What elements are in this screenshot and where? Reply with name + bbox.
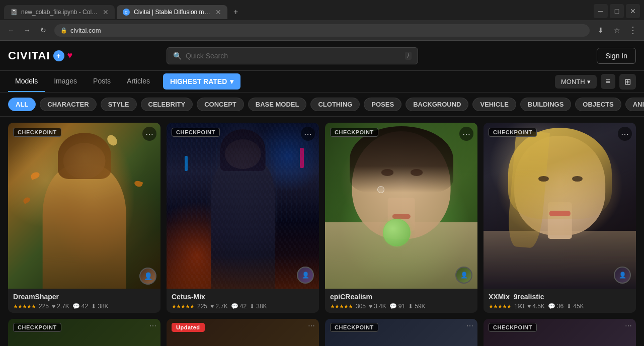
- bottom-card-2[interactable]: Updated ⋯: [167, 319, 319, 346]
- card-comments-3: 💬 91: [389, 303, 405, 310]
- bottom-card-3[interactable]: CHECKPOINT ⋯: [325, 319, 477, 346]
- nav-posts[interactable]: Posts: [86, 71, 118, 92]
- category-character[interactable]: CHARACTER: [40, 98, 96, 111]
- category-concept[interactable]: CONCEPT: [197, 98, 244, 111]
- address-bar[interactable]: 🔒 civitai.com: [54, 24, 590, 37]
- extensions-button[interactable]: ⬇: [594, 23, 608, 37]
- card3-avatar-icon: 👤: [460, 272, 468, 279]
- card-comments-4: 💬 36: [548, 303, 564, 310]
- bookmark-button[interactable]: ☆: [610, 23, 624, 37]
- tab-close-1[interactable]: ✕: [103, 8, 109, 16]
- card-menu-2[interactable]: ⋯: [301, 127, 315, 141]
- nav-bar: ← → ↻ 🔒 civitai.com ⬇ ☆ ⋮: [0, 20, 644, 40]
- card-menu-3[interactable]: ⋯: [459, 127, 473, 141]
- category-base-model[interactable]: BASE MODEL: [248, 98, 307, 111]
- nav-actions: ⬇ ☆ ⋮: [594, 23, 640, 37]
- forward-button[interactable]: →: [20, 23, 34, 37]
- card-image-3: 👤 CHECKPOINT ⋯: [325, 123, 477, 289]
- card-menu-1[interactable]: ⋯: [142, 127, 156, 141]
- comment-icon-1: 💬: [72, 303, 80, 310]
- card-stars-4: ★★★★★: [489, 303, 511, 310]
- tab-close-2[interactable]: ✕: [215, 8, 221, 16]
- new-tab-button[interactable]: +: [229, 5, 242, 20]
- card-rating-count-1: 225: [39, 303, 49, 310]
- card-downloads-4: ⬇ 45K: [567, 303, 584, 310]
- grid-icon: ⊞: [624, 77, 631, 86]
- bottom-card-menu-1[interactable]: ⋯: [149, 322, 156, 330]
- card-menu-4[interactable]: ⋯: [618, 127, 632, 141]
- heart-icon-1: ♥: [52, 303, 55, 310]
- card-rating-count-4: 193: [514, 303, 524, 310]
- heart-icon-3: ♥: [369, 303, 372, 310]
- reload-button[interactable]: ↻: [36, 23, 50, 37]
- figure-overlay-3: 👤: [325, 123, 477, 289]
- category-style[interactable]: STYLE: [101, 98, 137, 111]
- back-button[interactable]: ←: [4, 23, 18, 37]
- model-grid: CHECKPOINT ⋯ 👤 DreamShaper ★★★★★ 225 ♥ 2…: [0, 117, 644, 319]
- category-poses[interactable]: POSES: [364, 98, 401, 111]
- card-rating-count-3: 305: [356, 303, 366, 310]
- card-stats-4: ★★★★★ 193 ♥ 4.5K 💬 36 ⬇ 45K: [489, 303, 631, 310]
- bottom-card-menu-4[interactable]: ⋯: [625, 322, 632, 330]
- card-downloads-2: ⬇ 38K: [250, 303, 267, 310]
- filter-button[interactable]: ≡: [601, 74, 615, 89]
- figure-overlay-2: 👤: [167, 123, 319, 289]
- category-objects[interactable]: OBJECTS: [575, 98, 621, 111]
- address-text: civitai.com: [70, 27, 101, 34]
- logo[interactable]: CIVITAI + ♥: [8, 49, 73, 62]
- logo-heart-icon[interactable]: ♥: [67, 50, 73, 61]
- comment-icon-3: 💬: [389, 303, 397, 310]
- period-button[interactable]: MONTH ▾: [555, 75, 597, 89]
- card-image-2: 👤 CHECKPOINT ⋯: [167, 123, 319, 289]
- card-info-4: XXMix_9realistic ★★★★★ 193 ♥ 4.5K 💬 36 ⬇…: [484, 289, 636, 313]
- bottom-card-menu-3[interactable]: ⋯: [466, 322, 473, 330]
- nav-buttons: ← → ↻: [4, 23, 50, 37]
- grid-view-button[interactable]: ⊞: [619, 74, 636, 90]
- close-button[interactable]: ✕: [626, 4, 640, 18]
- content-nav: Models Images Posts Articles HIGHEST RAT…: [0, 71, 644, 93]
- category-vehicle[interactable]: VEHICLE: [472, 98, 516, 111]
- card-title-3: epiCRealism: [330, 293, 472, 301]
- sign-in-button[interactable]: Sign In: [597, 48, 636, 64]
- bottom-card-1[interactable]: CHECKPOINT ⋯: [8, 319, 160, 346]
- logo-text: CIVITAI: [8, 49, 50, 62]
- maximize-button[interactable]: □: [610, 4, 624, 18]
- category-background[interactable]: BACKGROUND: [406, 98, 468, 111]
- tab-inactive[interactable]: 📓 new_colab_file.ipynb - Colabora... ✕: [4, 5, 115, 19]
- bottom-card-menu-2[interactable]: ⋯: [308, 322, 315, 330]
- logo-plus-icon[interactable]: +: [53, 50, 64, 61]
- minimize-button[interactable]: ─: [594, 4, 608, 18]
- lock-icon: 🔒: [60, 27, 67, 34]
- tab-active[interactable]: C Civitai | Stable Diffusion models... ✕: [117, 5, 227, 19]
- more-button[interactable]: ⋮: [626, 23, 640, 37]
- card-likes-4: ♥ 4.5K: [527, 303, 545, 310]
- category-clothing[interactable]: CLOTHING: [310, 98, 360, 111]
- model-card-xxmix[interactable]: 👤 CHECKPOINT ⋯ XXMix_9realistic ★★★★★ 19…: [484, 123, 636, 313]
- card-comments-1: 💬 42: [72, 303, 88, 310]
- category-celebrity[interactable]: CELEBRITY: [141, 98, 193, 111]
- sort-label: HIGHEST RATED: [170, 77, 227, 85]
- figure-overlay-1: [8, 123, 160, 289]
- model-card-dreamshaper[interactable]: CHECKPOINT ⋯ 👤 DreamShaper ★★★★★ 225 ♥ 2…: [8, 123, 160, 313]
- sort-button[interactable]: HIGHEST RATED ▾: [163, 73, 240, 90]
- checkpoint-badge-2: CHECKPOINT: [172, 128, 220, 137]
- category-buildings[interactable]: BUILDINGS: [520, 98, 572, 111]
- card4-avatar-icon: 👤: [619, 272, 626, 279]
- right-controls: MONTH ▾ ≡ ⊞: [555, 74, 636, 90]
- nav-articles[interactable]: Articles: [120, 71, 157, 92]
- card-downloads-3: ⬇ 59K: [408, 303, 425, 310]
- bottom-card-4[interactable]: CHECKPOINT ⋯: [484, 319, 636, 346]
- model-card-epicrealism[interactable]: 👤 CHECKPOINT ⋯ epiCRealism ★★★★★ 305 ♥ 3…: [325, 123, 477, 313]
- nav-models[interactable]: Models: [8, 71, 45, 92]
- category-animal[interactable]: ANIMAL: [625, 98, 644, 111]
- model-card-cetusmix[interactable]: 👤 CHECKPOINT ⋯ Cetus-Mix ★★★★★ 225 ♥ 2.7…: [167, 123, 319, 313]
- card-image-1: CHECKPOINT ⋯ 👤: [8, 123, 160, 289]
- tab-favicon-1: 📓: [10, 9, 17, 16]
- comment-icon-4: 💬: [548, 303, 555, 310]
- category-all[interactable]: ALL: [8, 98, 36, 111]
- nav-images[interactable]: Images: [47, 71, 84, 92]
- tab-favicon-2: C: [123, 9, 130, 16]
- search-bar[interactable]: 🔍 Quick Search /: [167, 47, 418, 64]
- checkpoint-badge-1: CHECKPOINT: [13, 128, 61, 137]
- heart-icon-4: ♥: [527, 303, 531, 310]
